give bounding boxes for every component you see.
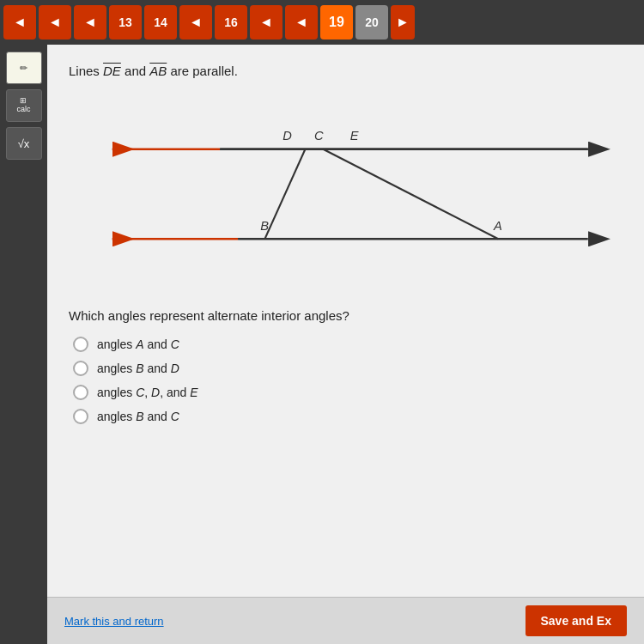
pencil-tool-btn[interactable]: ✏ xyxy=(6,52,42,84)
radio-b[interactable] xyxy=(73,361,88,376)
back-arrow-btn-2[interactable]: ◄ xyxy=(39,5,71,39)
save-and-exit-button[interactable]: Save and Ex xyxy=(526,605,628,636)
answer-choices: angles A and C angles B and D angles C, … xyxy=(73,337,623,424)
svg-line-13 xyxy=(323,149,498,239)
choice-b[interactable]: angles B and D xyxy=(73,361,623,376)
svg-text:A: A xyxy=(493,218,502,232)
question-14-btn[interactable]: 14 xyxy=(144,5,177,39)
back-arrow-btn-3[interactable]: ◄ xyxy=(74,5,106,39)
choice-a[interactable]: angles A and C xyxy=(73,337,623,352)
diagram-area: D C E B A xyxy=(69,95,623,293)
question-panel: Lines DE and AB are parallel. xyxy=(47,45,644,597)
back-arrow-btn-1[interactable]: ◄ xyxy=(3,5,36,39)
line-de-label: DE xyxy=(103,64,121,78)
back-arrow-btn-5[interactable]: ◄ xyxy=(250,5,283,39)
choice-c-text: angles C, D, and E xyxy=(97,386,198,399)
question-header: Lines DE and AB are parallel. xyxy=(69,62,623,82)
svg-text:D: D xyxy=(283,129,292,143)
mark-return-link[interactable]: Mark this and return xyxy=(64,615,164,628)
formula-tool-btn[interactable]: √x xyxy=(6,127,42,160)
choice-a-text: angles A and C xyxy=(97,337,179,351)
question-20-btn[interactable]: 20 xyxy=(355,5,388,39)
svg-text:E: E xyxy=(350,129,359,143)
toolbar: ◄ ◄ ◄ 13 14 ◄ 16 ◄ ◄ 19 20 ► xyxy=(0,0,644,45)
question-19-btn[interactable]: 19 xyxy=(320,5,353,39)
choice-d-text: angles B and C xyxy=(97,410,179,423)
svg-line-12 xyxy=(264,149,305,239)
line-ab-label: AB xyxy=(149,64,167,78)
back-arrow-btn-6[interactable]: ◄ xyxy=(285,5,318,39)
svg-text:B: B xyxy=(260,218,269,232)
back-arrow-btn-4[interactable]: ◄ xyxy=(179,5,212,39)
radio-c[interactable] xyxy=(73,385,88,400)
question-16-btn[interactable]: 16 xyxy=(215,5,247,39)
choice-c[interactable]: angles C, D, and E xyxy=(73,385,623,400)
question-13-btn[interactable]: 13 xyxy=(109,5,142,39)
main-content: Lines DE and AB are parallel. xyxy=(47,45,644,644)
forward-arrow-btn[interactable]: ► xyxy=(391,5,415,39)
bottom-bar: Mark this and return Save and Ex xyxy=(47,597,644,644)
radio-d[interactable] xyxy=(73,409,88,424)
choice-d[interactable]: angles B and C xyxy=(73,409,623,424)
question-text: Which angles represent alternate interio… xyxy=(69,308,623,323)
geometry-diagram: D C E B A xyxy=(69,95,623,293)
svg-text:C: C xyxy=(314,129,324,143)
calculator-tool-btn[interactable]: ⊞calc xyxy=(6,89,42,122)
toolbar-nav-buttons: ◄ ◄ ◄ 13 14 ◄ 16 ◄ ◄ 19 20 ► xyxy=(3,5,415,39)
radio-a[interactable] xyxy=(73,337,88,352)
left-sidebar: ✏ ⊞calc √x xyxy=(0,45,47,644)
choice-b-text: angles B and D xyxy=(97,361,179,375)
